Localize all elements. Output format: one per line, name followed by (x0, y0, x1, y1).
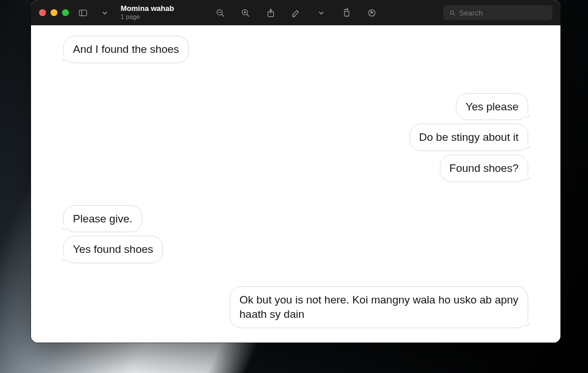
preview-window: Momina wahab 1 page (31, 0, 560, 343)
highlighter-icon (367, 8, 377, 18)
toolbar-right (443, 5, 552, 20)
message-gap (37, 186, 555, 202)
toolbar-center (212, 5, 380, 21)
svg-rect-0 (79, 10, 87, 16)
message-bubble[interactable]: Do be stingy about it (409, 124, 528, 151)
incoming-message-row: Yes found shoes (37, 236, 555, 263)
svg-line-3 (221, 14, 223, 16)
svg-point-14 (450, 10, 454, 14)
chevron-down-icon (102, 10, 107, 16)
message-bubble[interactable]: Yes please (456, 93, 528, 121)
search-box[interactable] (443, 5, 552, 20)
zoom-out-icon (215, 8, 225, 18)
outgoing-message-row: Do be stingy about it (37, 124, 555, 151)
incoming-message-row: And I found the shoes (37, 36, 555, 63)
minimize-window-button[interactable] (51, 9, 57, 16)
share-icon (266, 8, 276, 18)
document-title: Momina wahab (121, 5, 174, 13)
outgoing-message-row: Yes please (37, 93, 555, 121)
chevron-down-icon (319, 10, 324, 16)
message-gap (37, 67, 555, 90)
rotate-button[interactable] (338, 5, 354, 21)
desktop-background: Momina wahab 1 page (0, 0, 588, 373)
message-bubble[interactable]: Ok but you is not here. Koi mangny wala … (230, 286, 528, 328)
rotate-icon (342, 8, 351, 18)
search-input[interactable] (459, 9, 547, 17)
fullscreen-window-button[interactable] (62, 9, 69, 16)
close-window-button[interactable] (39, 9, 46, 16)
sidebar-menu-chevron[interactable] (96, 5, 113, 21)
title-block: Momina wahab 1 page (121, 5, 174, 21)
window-toolbar: Momina wahab 1 page (31, 0, 560, 25)
sidebar-icon (78, 8, 88, 18)
zoom-out-button[interactable] (212, 5, 228, 21)
message-gap (37, 267, 555, 283)
sidebar-toggle-button[interactable] (75, 5, 91, 21)
zoom-in-button[interactable] (237, 5, 253, 21)
outgoing-message-row: Found shoes? (37, 155, 555, 182)
markup-menu-chevron[interactable] (313, 5, 329, 21)
document-subtitle: 1 page (121, 13, 174, 21)
document-content[interactable]: And I found the shoesYes pleaseDo be sti… (31, 25, 560, 343)
message-gap (37, 332, 555, 343)
svg-line-15 (453, 13, 455, 15)
incoming-message-row: Please give. (37, 205, 555, 233)
markup-pen-icon (291, 8, 301, 18)
message-bubble[interactable]: Found shoes? (440, 155, 528, 182)
markup-button[interactable] (288, 5, 304, 21)
zoom-in-icon (241, 8, 250, 18)
message-bubble[interactable]: Yes found shoes (63, 236, 163, 263)
svg-rect-12 (344, 11, 349, 16)
message-bubble[interactable]: Please give. (63, 205, 142, 233)
message-bubble[interactable]: And I found the shoes (63, 36, 189, 63)
highlight-button[interactable] (363, 5, 380, 21)
search-icon (449, 9, 456, 17)
svg-line-6 (246, 14, 249, 16)
window-controls (39, 9, 69, 16)
share-button[interactable] (262, 5, 278, 21)
outgoing-message-row: Ok but you is not here. Koi mangny wala … (37, 286, 555, 328)
